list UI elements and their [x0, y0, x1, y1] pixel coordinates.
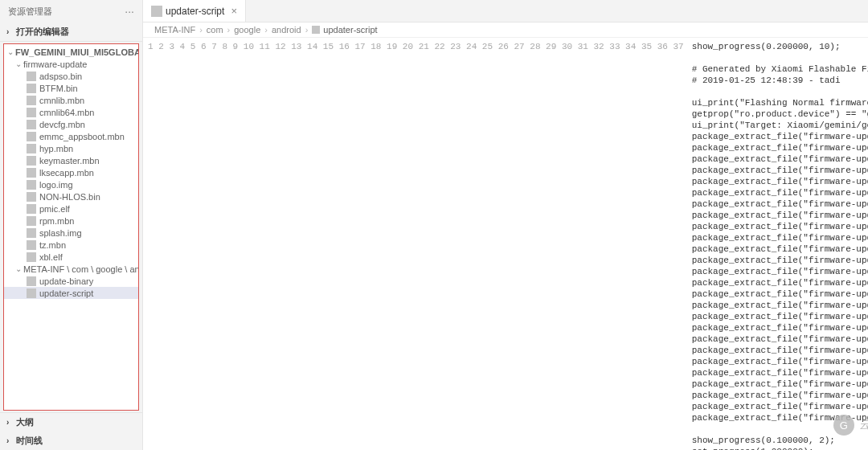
file-label: tz.mbn	[39, 240, 66, 250]
file-label: cmnlib.mbn	[39, 96, 84, 105]
file-icon	[27, 120, 36, 129]
breadcrumb-part[interactable]: google	[234, 25, 260, 35]
timeline-label: 时间线	[16, 435, 43, 447]
chevron-right-icon: ›	[6, 418, 14, 427]
file-label: devcfg.mbn	[39, 120, 85, 129]
file-icon	[27, 192, 36, 202]
breadcrumb-part[interactable]: android	[272, 25, 301, 35]
file-icon	[27, 132, 36, 141]
file-label: xbl.elf	[39, 252, 63, 262]
file-label: updater-script	[39, 288, 93, 298]
folder-label: firmware-update	[23, 59, 87, 69]
line-gutter: 1 2 3 4 5 6 7 8 9 10 11 12 13 14 15 16 1…	[143, 38, 692, 450]
tree-file[interactable]: update-binary	[4, 275, 138, 287]
close-icon[interactable]: ×	[231, 5, 237, 17]
explorer-title: 资源管理器	[8, 6, 52, 18]
tree-file[interactable]: keymaster.mbn	[4, 154, 138, 166]
file-label: splash.img	[39, 228, 82, 238]
tree-file[interactable]: lksecapp.mbn	[4, 166, 138, 178]
file-icon	[27, 156, 36, 166]
tree-file[interactable]: cmnlib.mbn	[4, 94, 138, 106]
file-icon	[27, 276, 36, 286]
file-icon	[151, 6, 162, 17]
tree-file[interactable]: devcfg.mbn	[4, 118, 138, 130]
file-icon	[27, 216, 36, 226]
file-tree: ⌄ FW_GEMINI_MIUI_MI5GLOBAL_V10.2.2.0... …	[3, 43, 139, 411]
chevron-down-icon: ⌄	[7, 47, 15, 56]
file-label: adspso.bin	[39, 72, 82, 81]
tree-file[interactable]: rpm.mbn	[4, 215, 138, 227]
file-icon	[27, 288, 36, 298]
editor-area: updater-script × B ▷ ▥ ··· META-INF› com…	[143, 0, 868, 450]
breadcrumb[interactable]: META-INF› com› google› android› updater-…	[143, 22, 868, 38]
chevron-down-icon: ⌄	[15, 264, 23, 273]
file-icon	[27, 180, 36, 190]
file-icon	[27, 96, 36, 105]
file-icon	[27, 252, 36, 262]
file-icon	[27, 108, 36, 117]
chevron-down-icon: ⌄	[15, 59, 23, 68]
tree-file[interactable]: updater-script	[4, 287, 138, 299]
file-label: keymaster.mbn	[39, 156, 100, 166]
tree-file[interactable]: splash.img	[4, 227, 138, 239]
tree-file[interactable]: BTFM.bin	[4, 82, 138, 94]
more-icon[interactable]: ···	[125, 5, 134, 18]
sidebar: 资源管理器 ··· › 打开的编辑器 ⌄ FW_GEMINI_MIUI_MI5G…	[0, 0, 143, 450]
code-editor[interactable]: 1 2 3 4 5 6 7 8 9 10 11 12 13 14 15 16 1…	[143, 38, 868, 450]
file-label: cmnlib64.mbn	[39, 108, 94, 117]
file-icon	[27, 228, 36, 238]
file-icon	[27, 144, 36, 153]
tree-file[interactable]: xbl.elf	[4, 251, 138, 263]
file-label: BTFM.bin	[39, 84, 78, 93]
breadcrumb-current[interactable]: updater-script	[323, 25, 377, 35]
breadcrumb-part[interactable]: com	[207, 25, 223, 35]
file-icon	[27, 168, 36, 178]
open-editors-section[interactable]: › 打开的编辑器	[0, 22, 142, 42]
file-icon	[27, 204, 36, 214]
tree-file[interactable]: pmic.elf	[4, 202, 138, 215]
tab-bar: updater-script × B ▷ ▥ ···	[143, 0, 868, 22]
file-icon	[27, 72, 36, 81]
outline-label: 大纲	[16, 416, 34, 428]
file-label: rpm.mbn	[39, 216, 74, 226]
tree-file[interactable]: logo.img	[4, 178, 138, 190]
root-label: FW_GEMINI_MIUI_MI5GLOBAL_V10.2.2.0...	[15, 47, 138, 57]
tree-root[interactable]: ⌄ FW_GEMINI_MIUI_MI5GLOBAL_V10.2.2.0...	[4, 46, 138, 58]
outline-section[interactable]: › 大纲	[0, 413, 142, 432]
explorer-header: 资源管理器 ···	[0, 0, 142, 22]
code-content[interactable]: show_progress(0.200000, 10); # Generated…	[692, 38, 868, 450]
tab-active[interactable]: updater-script ×	[143, 0, 246, 22]
tree-file[interactable]: emmc_appsboot.mbn	[4, 130, 138, 142]
tree-file[interactable]: tz.mbn	[4, 239, 138, 251]
file-label: hyp.mbn	[39, 144, 73, 153]
file-icon	[312, 26, 320, 34]
file-label: logo.img	[39, 180, 73, 190]
folder-meta-inf[interactable]: ⌄ META-INF \ com \ google \ android	[4, 263, 138, 275]
file-label: lksecapp.mbn	[39, 168, 94, 178]
file-icon	[27, 240, 36, 250]
chevron-right-icon: ›	[6, 27, 14, 36]
file-label: update-binary	[39, 276, 93, 286]
chevron-right-icon: ›	[6, 436, 14, 445]
breadcrumb-part[interactable]: META-INF	[154, 25, 195, 35]
file-label: pmic.elf	[39, 204, 70, 214]
tree-file[interactable]: adspso.bin	[4, 70, 138, 82]
file-icon	[27, 84, 36, 93]
tree-file[interactable]: hyp.mbn	[4, 142, 138, 154]
tree-file[interactable]: NON-HLOS.bin	[4, 190, 138, 202]
open-editors-label: 打开的编辑器	[16, 26, 69, 38]
folder-label: META-INF \ com \ google \ android	[23, 264, 138, 274]
file-label: emmc_appsboot.mbn	[39, 132, 125, 141]
folder-firmware-update[interactable]: ⌄ firmware-update	[4, 58, 138, 70]
file-label: NON-HLOS.bin	[39, 192, 100, 202]
tab-label: updater-script	[166, 6, 224, 17]
bottom-panels: › 大纲 › 时间线	[0, 412, 142, 450]
timeline-section[interactable]: › 时间线	[0, 432, 142, 450]
tree-file[interactable]: cmnlib64.mbn	[4, 106, 138, 118]
